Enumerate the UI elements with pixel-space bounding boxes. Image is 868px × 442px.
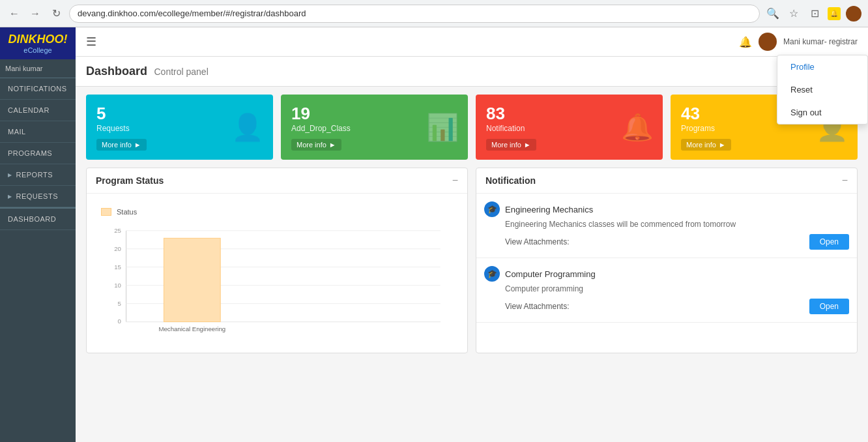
sidebar-item-programs[interactable]: PROGRAMS xyxy=(0,143,76,164)
top-bar-right: 🔔 Mani kumar- registrar xyxy=(739,33,858,51)
chart-svg: 0 5 10 15 20 25 Mechanical Engineering xyxy=(101,222,453,336)
chart-container: Status xyxy=(94,201,459,345)
notif-open-button-2[interactable]: Open xyxy=(809,299,849,314)
stats-row: 5 Requests More info ► 👤 19 Add_Drop_Cla… xyxy=(76,87,868,168)
more-info-add-drop[interactable]: More info ► xyxy=(291,139,341,151)
notification-panel: Notification − 🎓 Engineering Mechanics E… xyxy=(476,168,858,353)
chart-legend-label: Status xyxy=(117,208,137,216)
logo-main: DINKHOO! xyxy=(5,33,70,46)
address-bar[interactable] xyxy=(69,5,760,23)
sidebar-item-label: NOTIFICATIONS xyxy=(8,85,67,93)
notif-view-label-2: View Attachments: xyxy=(505,302,570,311)
sidebar-item-requests[interactable]: REQUESTS xyxy=(0,186,76,207)
notif-icon: 🎓 xyxy=(484,266,500,282)
notif-footer-2: View Attachments: Open xyxy=(484,299,849,314)
panels-row: Program Status − Status xyxy=(76,168,868,361)
dropdown-menu: Profile Reset Sign out xyxy=(777,55,868,125)
notification-list: 🎓 Engineering Mechanics Engineering Mech… xyxy=(476,194,857,323)
stat-icon-requests: 👤 xyxy=(231,112,264,143)
svg-text:Mechanical Engineering: Mechanical Engineering xyxy=(158,325,225,332)
top-bar: ☰ 🔔 Mani kumar- registrar Profile Reset … xyxy=(76,27,868,57)
bookmark-icon[interactable]: ☆ xyxy=(786,6,802,22)
notification-item: 🎓 Engineering Mechanics Engineering Mech… xyxy=(476,194,857,258)
sidebar: DINKHOO! eCollege Mani kumar NOTIFICATIO… xyxy=(0,27,76,442)
user-label: Mani kumar- registrar xyxy=(783,37,858,46)
sidebar-item-label: MAIL xyxy=(8,128,26,136)
svg-text:10: 10 xyxy=(114,282,121,289)
sidebar-item-label: Dashboard xyxy=(8,215,56,223)
notif-icon: 🎓 xyxy=(484,201,500,217)
hamburger-icon[interactable]: ☰ xyxy=(86,35,96,49)
sidebar-item-reports[interactable]: REPORTS xyxy=(0,164,76,186)
notification-item: 🎓 Computer Programming Computer prorammi… xyxy=(476,258,857,323)
sidebar-nav: NOTIFICATIONS CALENDAR MAIL PROGRAMS REP… xyxy=(0,78,76,442)
sidebar-item-notifications[interactable]: NOTIFICATIONS xyxy=(0,78,76,100)
svg-text:0: 0 xyxy=(117,317,121,325)
forward-button[interactable]: → xyxy=(27,6,43,22)
browser-chrome: ← → ↻ 🔍 ☆ ⊡ 🔔 xyxy=(0,0,868,27)
search-icon[interactable]: 🔍 xyxy=(765,6,781,22)
svg-text:15: 15 xyxy=(114,263,121,271)
notification-panel-minimize[interactable]: − xyxy=(842,175,848,186)
page-subtitle: Control panel xyxy=(154,66,208,77)
sidebar-item-label: PROGRAMS xyxy=(8,149,52,157)
bell-icon[interactable]: 🔔 xyxy=(739,36,752,48)
profile-icon[interactable]: ⊡ xyxy=(807,6,822,22)
sidebar-item-label: CALENDAR xyxy=(8,106,50,114)
sidebar-item-dashboard[interactable]: Dashboard xyxy=(0,209,76,230)
notif-open-button-1[interactable]: Open xyxy=(809,234,849,250)
more-info-requests[interactable]: More info ► xyxy=(96,139,147,151)
notif-description: Engineering Mechanics classes will be co… xyxy=(484,220,849,229)
browser-icons: 🔍 ☆ ⊡ 🔔 xyxy=(765,6,861,22)
notification-item-header: 🎓 Engineering Mechanics xyxy=(484,201,849,217)
user-avatar[interactable] xyxy=(759,33,777,51)
notification-item-header: 🎓 Computer Programming xyxy=(484,266,849,282)
dropdown-signout[interactable]: Sign out xyxy=(777,101,867,124)
program-status-minimize[interactable]: − xyxy=(452,175,458,186)
back-button[interactable]: ← xyxy=(7,6,22,22)
notif-description-2: Computer proramming xyxy=(484,284,849,293)
stat-icon-notification: 🔔 xyxy=(621,112,654,143)
notif-footer: View Attachments: Open xyxy=(484,234,849,250)
svg-text:25: 25 xyxy=(114,227,121,234)
notification-panel-title: Notification xyxy=(485,175,536,186)
browser-avatar[interactable] xyxy=(846,6,861,22)
app-container: DINKHOO! eCollege Mani kumar NOTIFICATIO… xyxy=(0,27,868,442)
notification-panel-header: Notification − xyxy=(476,168,857,194)
more-info-programs[interactable]: More info ► xyxy=(681,139,731,151)
stat-card-notification: 83 Notification More info ► 🔔 xyxy=(476,95,663,160)
sidebar-item-label: REQUESTS xyxy=(16,192,59,200)
page-header: Dashboard Control panel xyxy=(76,57,868,87)
program-status-header: Program Status − xyxy=(87,168,467,194)
stat-card-requests: 5 Requests More info ► 👤 xyxy=(86,95,273,160)
refresh-button[interactable]: ↻ xyxy=(48,6,64,22)
main-content: ☰ 🔔 Mani kumar- registrar Profile Reset … xyxy=(76,27,868,442)
notif-title: Engineering Mechanics xyxy=(505,205,593,214)
dropdown-profile[interactable]: Profile xyxy=(777,55,867,78)
sidebar-logo: DINKHOO! eCollege xyxy=(0,27,76,59)
dropdown-reset[interactable]: Reset xyxy=(777,78,867,101)
stat-card-add-drop: 19 Add_Drop_Class More info ► 📊 xyxy=(281,95,468,160)
sidebar-item-label: REPORTS xyxy=(16,171,53,179)
program-status-body: Status xyxy=(87,194,467,353)
svg-rect-14 xyxy=(164,238,220,321)
sidebar-item-mail[interactable]: MAIL xyxy=(0,121,76,143)
notif-title-2: Computer Programming xyxy=(505,269,596,279)
svg-text:5: 5 xyxy=(117,300,121,307)
program-status-panel: Program Status − Status xyxy=(86,168,468,353)
sidebar-item-calendar[interactable]: CALENDAR xyxy=(0,100,76,121)
chart-legend: Status xyxy=(101,208,453,216)
svg-text:20: 20 xyxy=(114,245,121,252)
sidebar-username: Mani kumar xyxy=(0,59,76,78)
stat-icon-add-drop: 📊 xyxy=(426,112,459,143)
extension-icon[interactable]: 🔔 xyxy=(828,7,841,20)
program-status-title: Program Status xyxy=(96,175,164,186)
more-info-notification[interactable]: More info ► xyxy=(486,139,536,151)
chart-legend-color xyxy=(101,208,111,216)
logo-sub: eCollege xyxy=(5,46,70,54)
notif-view-label: View Attachments: xyxy=(505,237,570,246)
page-title: Dashboard xyxy=(86,65,147,78)
